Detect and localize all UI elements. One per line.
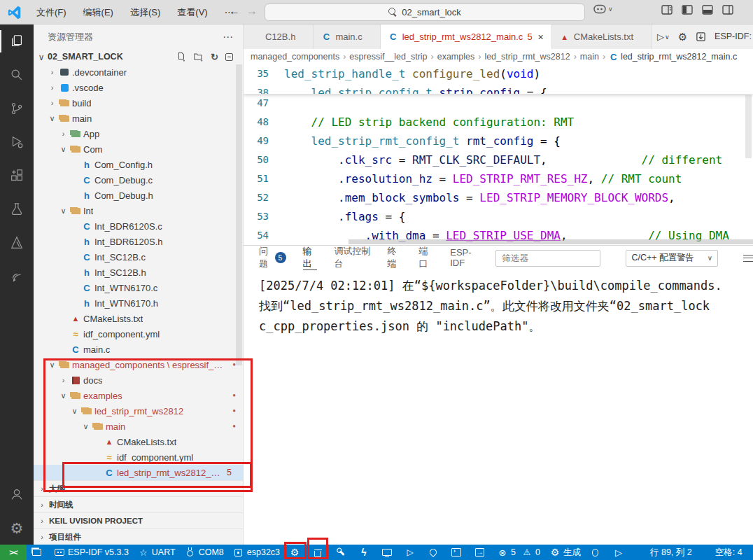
- tree-item[interactable]: Com_Config.h: [34, 157, 243, 172]
- status-item[interactable]: esp32c3: [229, 545, 285, 560]
- tree-item[interactable]: led_strip_rmt_ws2812_main.c 5: [34, 465, 243, 480]
- status-item[interactable]: [470, 545, 493, 560]
- source-control-icon[interactable]: [0, 92, 34, 125]
- new-folder-icon[interactable]: [193, 52, 204, 62]
- explorer-icon[interactable]: [0, 24, 34, 58]
- editor-tab[interactable]: led_strip_rmt_ws2812_main.c 5 ×: [381, 24, 552, 49]
- tree-item[interactable]: ∨ Int: [34, 203, 243, 218]
- status-item[interactable]: 生成: [545, 545, 586, 560]
- toggle-sidebar-left-icon[interactable]: [682, 5, 693, 15]
- tree-item[interactable]: ∨ led_strip_rmt_ws2812 ●: [34, 403, 243, 419]
- tree-item[interactable]: Com_Debug.c: [34, 172, 243, 188]
- tree-item[interactable]: CMakeLists.txt: [34, 311, 243, 326]
- sidebar-section-header[interactable]: › 时间线: [34, 496, 243, 512]
- sidebar-scrollbar[interactable]: [236, 64, 242, 365]
- menu-item[interactable]: 查看(V): [169, 4, 216, 21]
- panel-tab[interactable]: 终端: [388, 246, 402, 270]
- vertical-scrollbar[interactable]: [745, 95, 752, 158]
- breadcrumb-item[interactable]: managed_components: [251, 52, 339, 62]
- tree-item[interactable]: idf_component.yml: [34, 326, 243, 342]
- menu-item[interactable]: 编辑(E): [75, 4, 122, 21]
- sticky-line[interactable]: 38 led_strip_config_t strip_config = {: [244, 83, 753, 94]
- sidebar-section-header[interactable]: › KEIL UVISION PROJECT: [34, 512, 243, 528]
- toggle-panel-icon[interactable]: [702, 5, 713, 15]
- panel-tab[interactable]: 调试控制台: [334, 246, 370, 270]
- code-editor[interactable]: 47 48 // LED strip backend configuration…: [244, 64, 753, 245]
- output-channel-select[interactable]: C/C++ 配置警告 ∨: [626, 250, 718, 267]
- tree-item[interactable]: Int_BDR6120S.h: [34, 234, 243, 249]
- breadcrumb-item[interactable]: examples: [437, 52, 475, 62]
- search-sidebar-icon[interactable]: [0, 58, 34, 92]
- new-file-icon[interactable]: [176, 52, 186, 62]
- sidebar-section-header[interactable]: › 项目组件: [34, 528, 243, 545]
- status-item[interactable]: 空格: 4: [697, 547, 747, 559]
- testing-icon[interactable]: [0, 192, 34, 226]
- command-center-search[interactable]: 02_smart_lock: [265, 4, 585, 21]
- status-item[interactable]: [609, 545, 632, 560]
- status-item[interactable]: 行 89, 列 2: [632, 547, 697, 559]
- settings-gear-icon[interactable]: ⚙: [0, 511, 34, 545]
- tree-item[interactable]: Com_Debug.h: [34, 188, 243, 203]
- nav-forward-button[interactable]: →: [246, 5, 258, 18]
- nav-back-button[interactable]: ←: [229, 5, 240, 18]
- tree-item[interactable]: ∨ examples ●: [34, 388, 243, 403]
- breadcrumb-file[interactable]: led_strip_rmt_ws2812_main.c: [609, 52, 737, 62]
- tree-item[interactable]: › App: [34, 126, 243, 141]
- tree-item[interactable]: › docs: [34, 372, 243, 388]
- espressif-icon[interactable]: [0, 260, 34, 293]
- status-item[interactable]: [331, 545, 354, 560]
- sticky-line[interactable]: 35 led_strip_handle_t configure_led(void…: [244, 64, 753, 83]
- customize-layout-icon[interactable]: [661, 5, 673, 15]
- status-item[interactable]: [586, 545, 609, 560]
- editor-tab[interactable]: C12B.h: [244, 24, 314, 49]
- copilot-button[interactable]: ∨: [593, 4, 613, 14]
- status-item[interactable]: 0: [521, 545, 545, 560]
- panel-menu-icon[interactable]: [743, 255, 753, 262]
- tree-item[interactable]: ∨ main: [34, 111, 243, 126]
- tree-item[interactable]: Int_WTN6170.h: [34, 295, 243, 311]
- breadcrumb-item[interactable]: espressif__led_strip: [349, 52, 427, 62]
- status-item[interactable]: [354, 545, 377, 560]
- sidebar-section-header[interactable]: › 大纲: [34, 480, 243, 496]
- refresh-icon[interactable]: ↻: [211, 52, 218, 62]
- status-item[interactable]: [308, 545, 331, 560]
- breadcrumb-item[interactable]: led_strip_rmt_ws2812: [484, 52, 570, 62]
- explorer-root-folder[interactable]: ∨ 02_SMART_LOCK ↻ −: [34, 49, 243, 64]
- tree-item[interactable]: › .devcontainer: [34, 64, 243, 80]
- gear-icon[interactable]: ⚙: [678, 31, 687, 43]
- tree-item[interactable]: Int_SC12B.h: [34, 265, 243, 280]
- status-item[interactable]: [27, 545, 50, 560]
- remote-indicator[interactable]: ><: [0, 545, 27, 560]
- toggle-sidebar-right-icon[interactable]: [722, 5, 733, 15]
- horizontal-scrollbar[interactable]: [349, 239, 753, 244]
- status-item[interactable]: UART: [134, 545, 181, 560]
- explorer-more-icon[interactable]: ⋯: [223, 31, 233, 43]
- filter-input[interactable]: [495, 250, 600, 267]
- tree-item[interactable]: ∨ managed_components \ espressif__… ●: [34, 357, 243, 372]
- status-item[interactable]: 5: [493, 545, 521, 560]
- collapse-all-icon[interactable]: −: [225, 53, 233, 61]
- tree-item[interactable]: › build: [34, 95, 243, 111]
- tree-item[interactable]: Int_BDR6120S.c: [34, 218, 243, 234]
- espidf-action-label[interactable]: ESP-IDF: 挑: [715, 31, 753, 43]
- tree-item[interactable]: › .vscode: [34, 80, 243, 95]
- panel-tab[interactable]: ESP-IDF: [450, 246, 479, 270]
- tree-item[interactable]: ∨ Com: [34, 141, 243, 157]
- extensions-icon[interactable]: [0, 159, 34, 192]
- tree-item[interactable]: Int_WTN6170.c: [34, 280, 243, 295]
- panel-tab[interactable]: 问题 5: [259, 246, 286, 270]
- menu-item[interactable]: 选择(S): [122, 4, 169, 21]
- tree-item[interactable]: main.c: [34, 342, 243, 357]
- breadcrumb-item[interactable]: main: [580, 52, 599, 62]
- tree-item[interactable]: idf_component.yml: [34, 449, 243, 465]
- run-debug-icon[interactable]: [0, 125, 34, 159]
- editor-tab[interactable]: main.c: [314, 24, 380, 49]
- tree-item[interactable]: Int_SC12B.c: [34, 249, 243, 265]
- panel-tab[interactable]: 输出: [303, 246, 318, 270]
- install-download-icon[interactable]: [696, 31, 706, 42]
- status-item[interactable]: GBK: [747, 547, 753, 557]
- status-item[interactable]: [400, 545, 423, 560]
- menu-item[interactable]: 文件(F): [28, 4, 75, 21]
- close-icon[interactable]: ×: [538, 31, 544, 43]
- panel-tab[interactable]: 端口: [418, 246, 433, 270]
